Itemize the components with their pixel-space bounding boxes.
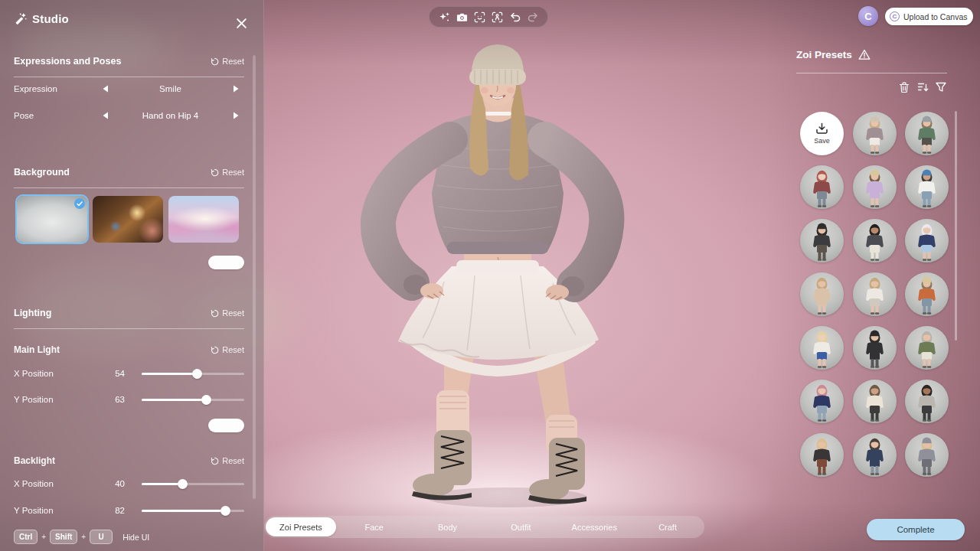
model-viewport[interactable] <box>264 0 789 516</box>
tab-zoi-presets[interactable]: Zoi Presets <box>266 517 336 536</box>
expression-next-button[interactable] <box>227 85 244 93</box>
reset-expressions-button[interactable]: Reset <box>211 57 244 66</box>
preset-thumbnail[interactable] <box>800 219 844 262</box>
preset-thumbnail[interactable] <box>853 380 897 423</box>
presets-toolbar <box>796 81 947 93</box>
preset-thumbnail[interactable] <box>905 165 949 209</box>
camera-icon <box>456 11 468 23</box>
preset-thumbnail[interactable] <box>853 326 897 370</box>
redo-button[interactable] <box>526 10 540 24</box>
presets-scrollbar[interactable] <box>955 111 957 341</box>
slider-thumb[interactable] <box>192 369 202 379</box>
reset-lighting-button[interactable]: Reset <box>211 308 244 318</box>
panel-title: Studio <box>32 12 69 25</box>
main-light-y-slider[interactable] <box>142 393 244 406</box>
complete-button[interactable]: Complete <box>867 519 965 540</box>
preset-thumbnail[interactable] <box>905 219 949 262</box>
reset-icon <box>211 168 219 177</box>
pose-prev-button[interactable] <box>96 112 113 119</box>
slider-thumb[interactable] <box>220 506 230 516</box>
preset-thumbnail[interactable] <box>905 112 949 155</box>
section-title: Expressions and Poses <box>14 56 121 67</box>
reset-icon <box>211 57 219 66</box>
preset-avatar <box>800 380 844 423</box>
backlight-x-slider[interactable] <box>142 478 244 490</box>
preset-avatar <box>853 326 897 370</box>
tab-outfit[interactable]: Outfit <box>485 517 556 536</box>
preset-thumbnail[interactable] <box>905 433 949 477</box>
preset-avatar <box>800 433 844 477</box>
preset-avatar <box>800 326 844 370</box>
filter-button[interactable] <box>935 81 947 93</box>
hide-ui-shortcut: Ctrl + Shift + U Hide UI <box>14 530 149 544</box>
pose-label: Pose <box>14 111 96 120</box>
preset-avatar <box>800 165 844 209</box>
reset-backlight-button[interactable]: Reset <box>211 456 244 465</box>
upload-to-canvas-button[interactable]: C Upload to Canvas <box>885 8 973 25</box>
logo-letter: C <box>864 11 871 22</box>
sort-button[interactable] <box>916 81 929 93</box>
close-icon <box>236 18 247 29</box>
preset-thumbnail[interactable] <box>853 219 897 262</box>
reset-label: Reset <box>222 308 244 318</box>
main-light-x-slider[interactable] <box>142 367 244 380</box>
preset-thumbnail[interactable] <box>800 272 844 316</box>
reset-main-light-button[interactable]: Reset <box>211 345 244 354</box>
preset-thumbnail[interactable] <box>853 272 897 316</box>
sparkles-icon <box>439 11 450 23</box>
preset-thumbnail[interactable] <box>800 380 844 423</box>
preset-avatar <box>853 165 897 209</box>
subsection-title: Backlight <box>14 455 55 466</box>
backlight-y-slider[interactable] <box>142 504 244 517</box>
delete-preset-button[interactable] <box>898 81 910 93</box>
preset-thumbnail[interactable] <box>853 433 897 477</box>
magic-wand-icon <box>14 12 27 25</box>
preset-avatar <box>800 219 844 262</box>
undo-icon <box>510 12 521 22</box>
preset-thumbnail[interactable] <box>853 112 897 155</box>
enhance-button[interactable] <box>438 10 452 24</box>
save-preset-button[interactable]: Save <box>800 112 844 155</box>
preset-avatar <box>905 433 949 477</box>
slider-label: Y Position <box>14 506 102 515</box>
face-capture-button[interactable] <box>473 10 487 24</box>
slider-thumb[interactable] <box>178 479 188 489</box>
keycap-shift: Shift <box>50 530 77 544</box>
tab-accessories[interactable]: Accessories <box>559 517 629 536</box>
preset-thumbnail[interactable] <box>800 433 844 477</box>
body-capture-button[interactable] <box>491 10 505 24</box>
account-badge[interactable]: C <box>858 6 878 26</box>
preset-thumbnail[interactable] <box>800 165 844 209</box>
preset-thumbnail[interactable] <box>905 326 949 370</box>
expression-row: Expression Smile <box>14 81 244 96</box>
expression-label: Expression <box>14 84 96 93</box>
preset-thumbnail[interactable] <box>800 326 844 370</box>
slider-value: 54 <box>102 369 125 378</box>
tab-body[interactable]: Body <box>413 517 483 536</box>
slider-thumb[interactable] <box>201 395 211 405</box>
save-label: Save <box>814 137 830 145</box>
left-panel-scrollbar[interactable] <box>253 55 256 499</box>
preset-thumbnail[interactable] <box>905 380 949 423</box>
background-thumbnail-room[interactable] <box>93 196 163 243</box>
preset-avatar <box>905 165 949 209</box>
slider-label: X Position <box>14 369 102 378</box>
preset-avatar <box>853 272 897 316</box>
pose-next-button[interactable] <box>227 112 244 119</box>
close-button[interactable] <box>233 15 250 31</box>
slider-label: Y Position <box>14 395 102 404</box>
undo-button[interactable] <box>508 10 522 24</box>
tab-face[interactable]: Face <box>339 517 410 536</box>
background-thumbnail-sky[interactable] <box>168 196 239 243</box>
main-light-color-swatch-button[interactable] <box>208 419 244 432</box>
panel-header: Studio <box>14 12 69 25</box>
save-download-icon <box>815 122 828 135</box>
preset-thumbnail[interactable] <box>905 272 949 316</box>
background-color-swatch-button[interactable] <box>208 256 244 269</box>
background-thumbnail-studio[interactable] <box>17 196 87 243</box>
tab-craft[interactable]: Craft <box>632 517 703 536</box>
expression-prev-button[interactable] <box>96 85 113 93</box>
reset-background-button[interactable]: Reset <box>211 168 244 177</box>
preset-thumbnail[interactable] <box>853 165 897 209</box>
screenshot-button[interactable] <box>456 10 469 24</box>
